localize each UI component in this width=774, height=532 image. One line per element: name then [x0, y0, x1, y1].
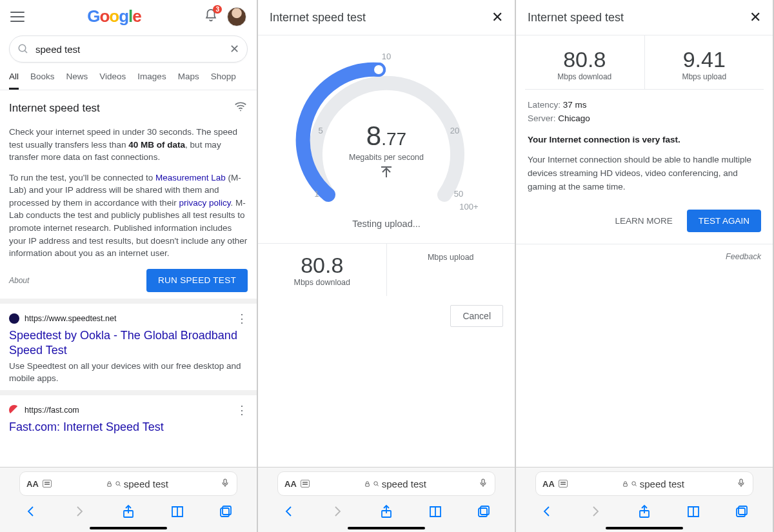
tab-all[interactable]: All [9, 72, 19, 90]
favicon-icon [9, 405, 19, 415]
back-button[interactable] [23, 504, 39, 522]
svg-point-8 [373, 64, 384, 75]
tab-shopping[interactable]: Shopp [211, 72, 236, 90]
pane-speedtest-running: Internet speed test ✕ 1 5 10 20 50 100+ … [258, 0, 516, 532]
speed-test-card: Internet speed test Check your internet … [0, 90, 257, 304]
result-title[interactable]: Fast.com: Internet Speed Test [9, 420, 248, 435]
about-link[interactable]: About [9, 276, 29, 285]
svg-rect-19 [481, 506, 489, 515]
modal-title: Internet speed test [270, 11, 366, 25]
privacy-link[interactable]: privacy policy [179, 198, 230, 208]
lock-icon [106, 480, 113, 488]
bookmarks-button[interactable] [686, 504, 701, 522]
svg-rect-26 [737, 508, 745, 517]
text-size-icon[interactable]: AA [542, 479, 555, 489]
mic-icon[interactable] [220, 477, 230, 491]
back-button[interactable] [281, 504, 297, 522]
close-icon[interactable]: ✕ [749, 10, 761, 25]
svg-rect-4 [224, 479, 226, 484]
result-headline: Your Internet connection is very fast. [528, 133, 761, 147]
address-bar[interactable]: AA speed test [19, 471, 237, 496]
notifications-icon[interactable]: 3 [204, 8, 218, 25]
back-button[interactable] [539, 504, 555, 522]
svg-point-16 [374, 481, 378, 485]
safari-toolbar: AA speed test [516, 467, 773, 532]
mic-icon[interactable] [478, 477, 488, 491]
svg-rect-21 [624, 484, 628, 486]
svg-rect-7 [221, 508, 229, 517]
address-bar[interactable]: AA speed test [535, 471, 753, 496]
reader-icon[interactable] [43, 480, 52, 488]
clear-icon[interactable]: ✕ [230, 42, 239, 56]
search-input[interactable]: speed test ✕ [9, 35, 248, 63]
tab-books[interactable]: Books [30, 72, 55, 90]
share-button[interactable] [121, 504, 136, 522]
test-again-button[interactable]: TEST AGAIN [687, 210, 761, 232]
svg-rect-23 [740, 479, 742, 484]
search-icon [115, 480, 122, 488]
search-icon [17, 43, 29, 55]
mlab-link[interactable]: Measurement Lab [155, 173, 226, 182]
avatar[interactable] [227, 7, 246, 26]
forward-button [588, 504, 603, 522]
svg-rect-6 [223, 506, 231, 515]
lock-icon [622, 480, 629, 488]
feedback-link[interactable]: Feedback [516, 244, 773, 269]
latency-row: Latency: 37 ms [528, 99, 761, 112]
google-logo[interactable]: Google [25, 6, 204, 26]
svg-text:10: 10 [382, 52, 391, 61]
home-indicator[interactable] [348, 527, 425, 529]
home-indicator[interactable] [90, 527, 167, 529]
tabs-button[interactable] [476, 504, 491, 522]
tab-videos[interactable]: Videos [99, 72, 126, 90]
tabs-button[interactable] [734, 504, 749, 522]
svg-text:50: 50 [454, 189, 463, 199]
share-button[interactable] [637, 504, 652, 522]
search-result[interactable]: https://www.speedtest.net⋮ Speedtest by … [0, 304, 257, 396]
svg-rect-25 [739, 506, 747, 515]
menu-icon[interactable] [10, 12, 25, 22]
svg-text:1: 1 [314, 189, 319, 199]
notification-badge: 3 [213, 5, 222, 14]
search-icon [373, 480, 380, 488]
mic-icon[interactable] [736, 477, 746, 491]
result-menu-icon[interactable]: ⋮ [236, 403, 248, 417]
bookmarks-button[interactable] [170, 504, 185, 522]
svg-rect-17 [482, 479, 484, 484]
share-button[interactable] [379, 504, 394, 522]
tab-images[interactable]: Images [137, 72, 166, 90]
pane-google-search: Google 3 speed test ✕ All Books News Vid… [0, 0, 258, 532]
bookmarks-button[interactable] [428, 504, 443, 522]
wifi-icon [233, 99, 248, 117]
svg-rect-20 [479, 508, 487, 517]
forward-button [330, 504, 345, 522]
result-description: Your Internet connection should be able … [528, 153, 761, 194]
reader-icon[interactable] [559, 480, 568, 488]
address-bar[interactable]: AA speed test [277, 471, 495, 496]
text-size-icon[interactable]: AA [284, 479, 297, 489]
modal-title: Internet speed test [528, 11, 624, 25]
svg-rect-2 [108, 484, 112, 486]
home-indicator[interactable] [606, 527, 683, 529]
upload-result: Mbps upload [387, 244, 515, 296]
svg-point-3 [116, 481, 120, 485]
run-speed-test-button[interactable]: RUN SPEED TEST [146, 269, 248, 292]
reader-icon[interactable] [301, 480, 310, 488]
speed-gauge: 1 5 10 20 50 100+ 8.77 Megabits per seco… [290, 50, 483, 217]
learn-more-link[interactable]: LEARN MORE [615, 216, 672, 226]
text-size-icon[interactable]: AA [26, 479, 39, 489]
upload-icon [379, 164, 394, 180]
search-result[interactable]: https://fast.com⋮ Fast.com: Internet Spe… [0, 395, 257, 442]
download-result: 80.8Mbps download [258, 244, 387, 296]
search-tabs: All Books News Videos Images Maps Shopp [0, 68, 257, 90]
result-title[interactable]: Speedtest by Ookla - The Global Broadban… [9, 328, 248, 359]
svg-point-1 [240, 110, 241, 112]
result-menu-icon[interactable]: ⋮ [236, 311, 248, 326]
cancel-button[interactable]: Cancel [450, 305, 503, 327]
tabs-button[interactable] [218, 504, 233, 522]
tab-maps[interactable]: Maps [178, 72, 199, 90]
result-snippet: Use Speedtest on all your devices with o… [9, 360, 248, 385]
tab-news[interactable]: News [66, 72, 88, 90]
close-icon[interactable]: ✕ [491, 10, 503, 25]
test-status: Testing upload... [258, 219, 515, 229]
